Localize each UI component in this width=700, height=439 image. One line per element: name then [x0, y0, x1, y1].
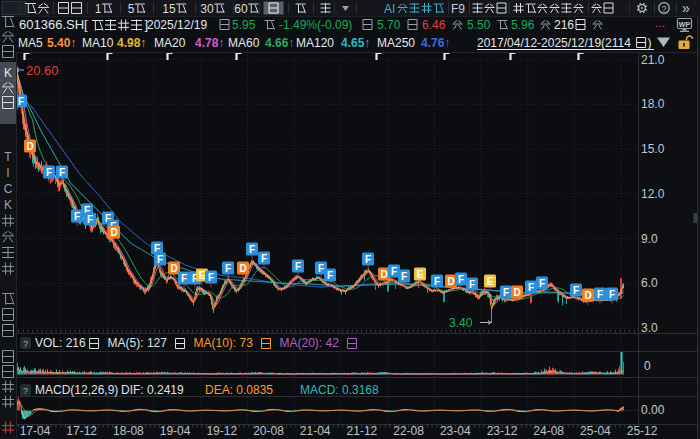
svg-text:F: F — [249, 244, 255, 255]
svg-text:4.98↑: 4.98↑ — [117, 36, 146, 50]
svg-text:2025/12/19: 2025/12/19 — [147, 18, 207, 32]
svg-text:F: F — [539, 278, 545, 289]
svg-text:VOL: 216: VOL: 216 — [35, 336, 86, 350]
svg-text:MA(10): 73: MA(10): 73 — [194, 336, 254, 350]
svg-text:I: I — [6, 166, 9, 180]
svg-text:216: 216 — [554, 18, 574, 32]
svg-text:2017/04/12-2025/12/19(2114: 2017/04/12-2025/12/19(2114 — [477, 36, 631, 50]
svg-text:DEA: 0.0835: DEA: 0.0835 — [205, 383, 273, 397]
svg-text:18.0: 18.0 — [641, 97, 665, 111]
svg-text:4.65↑: 4.65↑ — [341, 36, 370, 50]
svg-text:MA20: MA20 — [154, 36, 186, 50]
svg-text:25-12: 25-12 — [627, 424, 658, 438]
svg-text:F: F — [59, 167, 65, 178]
svg-text:F: F — [295, 261, 301, 272]
svg-text:F: F — [87, 214, 93, 225]
svg-text:D: D — [110, 227, 117, 238]
svg-text:F: F — [458, 274, 464, 285]
svg-text:601366.SH[: 601366.SH[ — [19, 17, 88, 32]
svg-text:0: 0 — [644, 359, 651, 373]
svg-text:19-12: 19-12 — [206, 424, 237, 438]
svg-text:17-12: 17-12 — [66, 424, 97, 438]
svg-text:...: ... — [655, 16, 665, 30]
svg-text:D: D — [447, 276, 454, 287]
svg-text:MA5: MA5 — [18, 36, 43, 50]
svg-text:9.0: 9.0 — [641, 232, 658, 246]
svg-text:D: D — [584, 290, 591, 301]
svg-text:D: D — [170, 263, 177, 274]
svg-text:3.40: 3.40 — [449, 316, 473, 330]
svg-text:21-04: 21-04 — [300, 424, 331, 438]
svg-text:21.0: 21.0 — [641, 53, 665, 67]
svg-text:WP: WP — [679, 21, 691, 28]
svg-text:4.66↑: 4.66↑ — [265, 36, 294, 50]
svg-text:F: F — [157, 254, 163, 265]
svg-text:D: D — [239, 263, 246, 274]
svg-text:): ) — [648, 36, 652, 50]
svg-text:?: ? — [23, 386, 28, 396]
svg-text:MA10: MA10 — [82, 36, 114, 50]
svg-text:F: F — [46, 167, 52, 178]
svg-text:MA120: MA120 — [296, 36, 334, 50]
svg-text:5.40↑: 5.40↑ — [47, 36, 76, 50]
svg-text:24-08: 24-08 — [533, 424, 564, 438]
svg-text:F: F — [261, 253, 267, 264]
svg-text:1: 1 — [95, 2, 102, 16]
svg-text:23-12: 23-12 — [487, 424, 518, 438]
svg-text:4.76↑: 4.76↑ — [421, 36, 450, 50]
svg-text:F: F — [318, 263, 324, 274]
svg-text:12.0: 12.0 — [641, 187, 665, 201]
svg-text:F: F — [573, 285, 579, 296]
svg-text:18-08: 18-08 — [113, 424, 144, 438]
svg-text:E: E — [199, 270, 206, 281]
svg-text:F: F — [18, 96, 24, 107]
svg-text:D: D — [513, 287, 520, 298]
svg-text:5.70: 5.70 — [377, 18, 401, 32]
svg-text:F: F — [208, 272, 214, 283]
svg-text:F: F — [503, 287, 509, 298]
svg-text:19-04: 19-04 — [160, 424, 191, 438]
svg-text:3.0: 3.0 — [641, 321, 658, 335]
svg-text:60: 60 — [234, 2, 248, 16]
svg-text:5: 5 — [128, 2, 135, 16]
svg-text:DIF: 0.2419: DIF: 0.2419 — [121, 383, 184, 397]
svg-text:MA60: MA60 — [228, 36, 260, 50]
svg-text:MACD: 0.3168: MACD: 0.3168 — [300, 383, 379, 397]
svg-text:?: ? — [23, 339, 28, 349]
svg-text:E: E — [487, 276, 494, 287]
svg-text:20-08: 20-08 — [253, 424, 284, 438]
svg-text:MA250: MA250 — [377, 36, 415, 50]
svg-text:K: K — [4, 66, 12, 80]
svg-text:F: F — [327, 270, 333, 281]
svg-text:MACD(12,26,9): MACD(12,26,9) — [35, 383, 118, 397]
svg-text:F: F — [154, 243, 160, 254]
svg-text:F: F — [609, 289, 615, 300]
svg-text:F9: F9 — [451, 2, 465, 16]
svg-text:F: F — [528, 282, 534, 293]
svg-text:F: F — [469, 279, 475, 290]
svg-text:F: F — [225, 263, 231, 274]
svg-text:MA(20): 42: MA(20): 42 — [279, 336, 339, 350]
svg-text:F: F — [434, 276, 440, 287]
svg-text:T: T — [4, 150, 12, 164]
svg-text:5.95: 5.95 — [232, 18, 256, 32]
svg-text:C: C — [4, 182, 13, 196]
svg-text:15.0: 15.0 — [641, 142, 665, 156]
svg-text:25-04: 25-04 — [580, 424, 611, 438]
svg-text:5.50: 5.50 — [467, 18, 491, 32]
svg-text:F: F — [74, 211, 80, 222]
svg-text:MA(5): 127: MA(5): 127 — [108, 336, 168, 350]
svg-text:K: K — [4, 198, 12, 212]
svg-text:0.00: 0.00 — [641, 403, 665, 417]
svg-text:6.46: 6.46 — [422, 18, 446, 32]
svg-text:17-04: 17-04 — [20, 424, 51, 438]
svg-text:F: F — [181, 273, 187, 284]
svg-text:6.0: 6.0 — [641, 276, 658, 290]
svg-text:22-08: 22-08 — [393, 424, 424, 438]
svg-text:F: F — [391, 266, 397, 277]
svg-text:5.96: 5.96 — [511, 18, 535, 32]
svg-text:4.78↑: 4.78↑ — [195, 36, 224, 50]
svg-text:15: 15 — [162, 2, 176, 16]
svg-text:E: E — [417, 269, 424, 280]
svg-text:30: 30 — [200, 2, 214, 16]
